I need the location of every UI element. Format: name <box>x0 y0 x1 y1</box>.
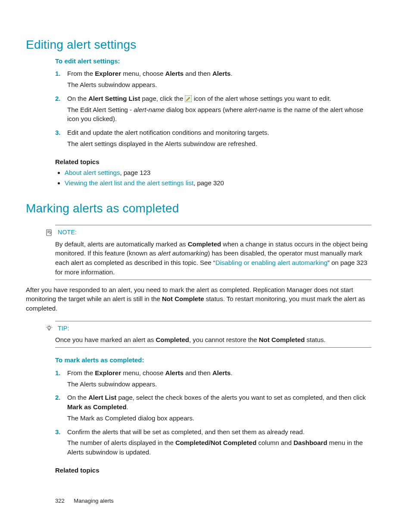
step-3: 3. Confirm the alerts that will be set a… <box>55 427 371 461</box>
note-callout: NOTE: By default, alerts are automatical… <box>55 225 371 280</box>
step-number: 3. <box>55 427 61 437</box>
lead-edit-alert: To edit alert settings: <box>55 56 371 66</box>
tip-label: TIP: <box>58 324 69 333</box>
step-text: On the Alert List page, select the check… <box>67 394 366 411</box>
rule <box>55 321 371 321</box>
heading-marking-alerts-completed: Marking alerts as completed <box>26 200 371 218</box>
link-viewing-alert-list[interactable]: Viewing the alert list and the alert set… <box>65 179 193 187</box>
page-number: 322 <box>55 498 65 504</box>
step-sub: The Alerts subwindow appears. <box>67 80 371 90</box>
step-3: 3. Edit and update the alert notificatio… <box>55 128 371 153</box>
step-text: Confirm the alerts that will be set as c… <box>67 428 305 436</box>
step-number: 1. <box>55 69 61 78</box>
step-text: From the Explorer menu, choose Alerts an… <box>67 70 233 77</box>
step-1: 1. From the Explorer menu, choose Alerts… <box>55 368 371 393</box>
step-number: 2. <box>55 393 61 402</box>
related-topics-heading: Related topics <box>55 157 371 167</box>
lightbulb-icon <box>46 325 53 332</box>
step-sub: The number of alerts displayed in the Co… <box>67 438 371 457</box>
step-sub: The Mark as Completed dialog box appears… <box>67 414 371 423</box>
related-topic: Viewing the alert list and the alert set… <box>65 178 371 188</box>
heading-editing-alert-settings: Editing alert settings <box>26 36 371 54</box>
link-about-alert-settings[interactable]: About alert settings <box>65 169 120 176</box>
step-text: From the Explorer menu, choose Alerts an… <box>67 369 233 376</box>
step-sub: The Alerts subwindow appears. <box>67 380 371 389</box>
step-2: 2. On the Alert List page, select the ch… <box>55 393 371 427</box>
related-topics-heading: Related topics <box>55 466 371 475</box>
step-sub: The alert settings displayed in the Aler… <box>67 139 371 149</box>
step-1: 1. From the Explorer menu, choose Alerts… <box>55 69 371 94</box>
paragraph: After you have responded to an alert, yo… <box>26 285 371 313</box>
related-topics-list: About alert settings, page 123 Viewing t… <box>55 168 371 188</box>
section1-body: To edit alert settings: 1. From the Expl… <box>55 56 371 188</box>
note-label: NOTE: <box>58 228 77 236</box>
rule <box>55 347 371 348</box>
tip-callout: TIP: Once you have marked an alert as Co… <box>55 321 371 348</box>
rule <box>55 280 371 280</box>
step-number: 1. <box>55 368 61 378</box>
section2-steps: To mark alerts as completed: 1. From the… <box>55 355 371 475</box>
page-footer: 322 Managing alerts <box>55 497 114 505</box>
step-number: 3. <box>55 128 61 137</box>
chapter-title: Managing alerts <box>74 498 114 504</box>
step-number: 2. <box>55 94 61 103</box>
edit-icon <box>185 95 192 102</box>
link-disable-automarking[interactable]: Disabling or enabling alert automarking <box>215 259 327 266</box>
note-icon <box>46 229 53 236</box>
tip-body: Once you have marked an alert as Complet… <box>55 335 371 345</box>
lead-mark-completed: To mark alerts as completed: <box>55 355 371 365</box>
page: Editing alert settings To edit alert set… <box>0 0 411 532</box>
note-body: By default, alerts are automatically mar… <box>55 240 371 277</box>
steps-mark-completed: 1. From the Explorer menu, choose Alerts… <box>55 368 371 461</box>
step-sub: The Edit Alert Setting - alert-name dial… <box>67 105 371 124</box>
step-2: 2. On the Alert Setting List page, click… <box>55 94 371 128</box>
steps-edit-alert: 1. From the Explorer menu, choose Alerts… <box>55 69 371 152</box>
step-text: Edit and update the alert notification c… <box>67 129 269 136</box>
related-topic: About alert settings, page 123 <box>65 168 371 177</box>
svg-point-2 <box>48 327 50 329</box>
step-text: On the Alert Setting List page, click th… <box>67 95 331 102</box>
rule <box>55 225 371 225</box>
